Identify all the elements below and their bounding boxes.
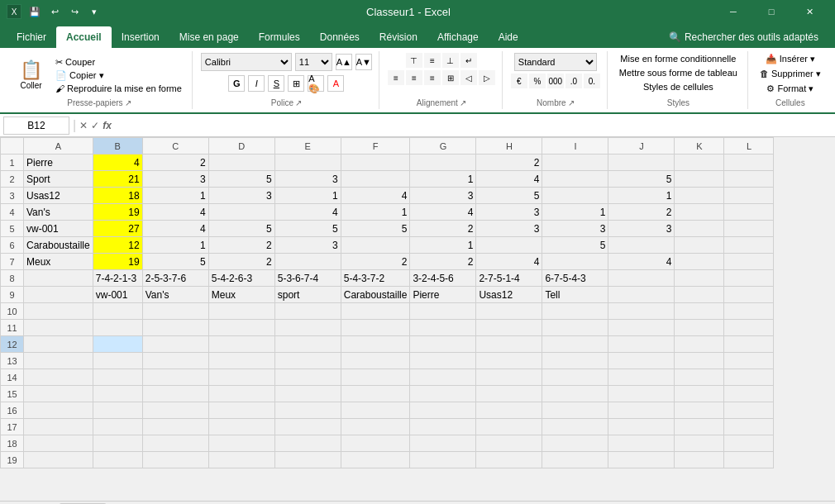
data-cell[interactable] bbox=[93, 369, 142, 386]
data-cell[interactable] bbox=[724, 204, 774, 221]
data-cell[interactable] bbox=[608, 320, 675, 336]
data-cell[interactable] bbox=[542, 171, 608, 188]
tab-formules[interactable]: Formules bbox=[249, 26, 310, 48]
data-cell[interactable]: Meux bbox=[24, 254, 93, 270]
data-cell[interactable]: vw-001 bbox=[24, 221, 93, 237]
maximize-button[interactable]: □ bbox=[752, 0, 790, 23]
data-cell[interactable]: 27 bbox=[93, 221, 142, 237]
data-cell[interactable]: 3 bbox=[476, 204, 542, 221]
data-cell[interactable]: 3-2-4-5-6 bbox=[410, 270, 476, 287]
data-cell[interactable]: 2 bbox=[208, 254, 274, 270]
redo-button[interactable]: ↪ bbox=[66, 3, 83, 20]
data-cell[interactable] bbox=[542, 369, 608, 386]
tab-affichage[interactable]: Affichage bbox=[427, 26, 489, 48]
col-header-g[interactable]: G bbox=[410, 138, 476, 155]
data-cell[interactable] bbox=[542, 386, 608, 402]
indent-increase-button[interactable]: ▷ bbox=[479, 70, 495, 85]
data-cell[interactable] bbox=[341, 386, 410, 402]
data-cell[interactable] bbox=[142, 386, 208, 402]
data-cell[interactable] bbox=[24, 336, 93, 353]
data-cell[interactable]: 7-4-2-1-3 bbox=[93, 270, 142, 287]
data-cell[interactable] bbox=[724, 402, 774, 419]
data-cell[interactable] bbox=[208, 204, 274, 221]
data-cell[interactable] bbox=[274, 369, 341, 386]
data-cell[interactable] bbox=[274, 419, 341, 435]
data-cell[interactable] bbox=[274, 435, 341, 452]
col-header-h[interactable]: H bbox=[476, 138, 542, 155]
data-cell[interactable] bbox=[724, 386, 774, 402]
data-cell[interactable]: 2 bbox=[410, 221, 476, 237]
italic-button[interactable]: I bbox=[248, 75, 265, 92]
delete-cells-button[interactable]: 🗑 Supprimer ▾ bbox=[756, 68, 824, 80]
data-cell[interactable] bbox=[608, 402, 675, 419]
data-cell[interactable] bbox=[675, 204, 724, 221]
currency-button[interactable]: € bbox=[511, 74, 527, 88]
wrap-text-button[interactable]: ↵ bbox=[460, 53, 477, 68]
data-cell[interactable] bbox=[93, 336, 142, 353]
data-cell[interactable] bbox=[724, 155, 774, 171]
data-cell[interactable] bbox=[274, 353, 341, 369]
data-cell[interactable] bbox=[93, 452, 142, 468]
data-cell[interactable]: 5 bbox=[274, 221, 341, 237]
data-cell[interactable]: 2 bbox=[476, 155, 542, 171]
table-format-button[interactable]: Mettre sous forme de tableau bbox=[616, 67, 741, 78]
data-cell[interactable] bbox=[608, 237, 675, 254]
data-cell[interactable] bbox=[208, 369, 274, 386]
data-cell[interactable]: Pierre bbox=[24, 155, 93, 171]
data-cell[interactable]: 19 bbox=[93, 254, 142, 270]
data-cell[interactable]: 2-5-3-7-6 bbox=[142, 270, 208, 287]
percent-button[interactable]: % bbox=[529, 74, 546, 88]
data-cell[interactable] bbox=[542, 303, 608, 320]
data-cell[interactable]: 4 bbox=[410, 204, 476, 221]
data-cell[interactable]: Van's bbox=[142, 287, 208, 303]
clipboard-expand-icon[interactable]: ↗ bbox=[125, 98, 131, 107]
data-cell[interactable]: 3 bbox=[542, 221, 608, 237]
data-cell[interactable]: 3 bbox=[608, 221, 675, 237]
data-cell[interactable] bbox=[675, 452, 724, 468]
data-cell[interactable] bbox=[93, 320, 142, 336]
align-left-button[interactable]: ≡ bbox=[388, 70, 404, 85]
data-cell[interactable] bbox=[476, 237, 542, 254]
data-cell[interactable] bbox=[410, 336, 476, 353]
align-bottom-button[interactable]: ⊥ bbox=[442, 53, 459, 68]
data-cell[interactable] bbox=[24, 435, 93, 452]
data-cell[interactable] bbox=[24, 386, 93, 402]
data-cell[interactable] bbox=[341, 369, 410, 386]
data-cell[interactable]: vw-001 bbox=[93, 287, 142, 303]
data-cell[interactable] bbox=[142, 303, 208, 320]
data-cell[interactable] bbox=[24, 303, 93, 320]
formula-input[interactable] bbox=[115, 120, 832, 131]
data-cell[interactable] bbox=[542, 155, 608, 171]
data-cell[interactable] bbox=[608, 336, 675, 353]
data-cell[interactable]: 4 bbox=[476, 254, 542, 270]
data-cell[interactable] bbox=[675, 237, 724, 254]
font-expand-icon[interactable]: ↗ bbox=[295, 98, 302, 107]
data-cell[interactable] bbox=[724, 287, 774, 303]
data-cell[interactable]: 2 bbox=[208, 237, 274, 254]
close-button[interactable]: ✕ bbox=[790, 0, 828, 23]
data-cell[interactable]: 1 bbox=[542, 204, 608, 221]
data-cell[interactable] bbox=[274, 320, 341, 336]
data-cell[interactable] bbox=[274, 155, 341, 171]
data-cell[interactable]: 3 bbox=[274, 237, 341, 254]
data-cell[interactable] bbox=[675, 386, 724, 402]
decrease-font-button[interactable]: A▼ bbox=[355, 54, 372, 70]
tab-aide[interactable]: Aide bbox=[489, 26, 528, 48]
data-cell[interactable] bbox=[675, 303, 724, 320]
minimize-button[interactable]: ─ bbox=[714, 0, 752, 23]
fill-color-button[interactable]: A🎨 bbox=[308, 75, 324, 92]
data-cell[interactable] bbox=[24, 270, 93, 287]
alignment-expand-icon[interactable]: ↗ bbox=[460, 98, 466, 107]
data-cell[interactable] bbox=[274, 402, 341, 419]
merge-button[interactable]: ⊞ bbox=[442, 70, 459, 85]
data-cell[interactable] bbox=[476, 419, 542, 435]
conditional-format-button[interactable]: Mise en forme conditionnelle bbox=[617, 53, 739, 64]
data-cell[interactable] bbox=[341, 353, 410, 369]
data-cell[interactable] bbox=[24, 353, 93, 369]
data-cell[interactable]: 1 bbox=[142, 188, 208, 204]
data-cell[interactable] bbox=[675, 435, 724, 452]
data-cell[interactable] bbox=[724, 254, 774, 270]
data-cell[interactable] bbox=[93, 402, 142, 419]
data-cell[interactable] bbox=[675, 369, 724, 386]
data-cell[interactable]: 5 bbox=[142, 254, 208, 270]
